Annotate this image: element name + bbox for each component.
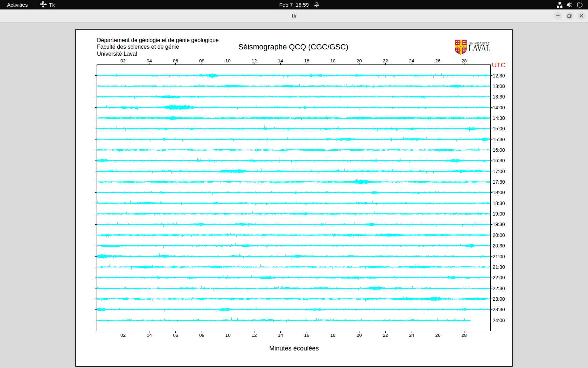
- svg-text:16: 16: [304, 58, 309, 63]
- svg-text:16:00: 16:00: [493, 147, 505, 153]
- svg-text:21:00: 21:00: [493, 254, 505, 259]
- svg-text:Département de géologie et de: Département de géologie et de génie géol…: [97, 37, 219, 43]
- svg-text:20:30: 20:30: [493, 243, 505, 248]
- svg-text:12: 12: [252, 58, 257, 63]
- svg-text:20: 20: [357, 333, 362, 338]
- svg-text:14: 14: [278, 58, 284, 63]
- svg-text:22:30: 22:30: [493, 286, 505, 291]
- svg-text:10: 10: [225, 58, 231, 63]
- svg-text:18: 18: [330, 58, 336, 63]
- svg-text:28: 28: [461, 58, 467, 63]
- svg-text:17:00: 17:00: [493, 169, 505, 174]
- svg-text:LAVAL: LAVAL: [469, 43, 491, 53]
- svg-text:12: 12: [252, 333, 257, 338]
- svg-text:08: 08: [199, 333, 204, 338]
- svg-text:26: 26: [435, 58, 441, 63]
- svg-text:28: 28: [461, 333, 467, 338]
- svg-text:23:00: 23:00: [493, 296, 505, 302]
- svg-text:Faculté des sciences et de gén: Faculté des sciences et de génie: [97, 43, 179, 50]
- svg-text:02: 02: [120, 333, 126, 338]
- svg-text:22: 22: [383, 58, 388, 63]
- svg-text:24: 24: [409, 333, 415, 338]
- svg-text:17:30: 17:30: [493, 179, 505, 185]
- svg-text:14:30: 14:30: [493, 115, 505, 121]
- svg-text:23:30: 23:30: [493, 307, 505, 312]
- svg-text:16:30: 16:30: [493, 158, 505, 163]
- svg-text:08: 08: [199, 58, 204, 63]
- svg-text:26: 26: [435, 333, 441, 338]
- svg-text:13:30: 13:30: [493, 94, 505, 100]
- svg-text:22: 22: [383, 333, 388, 338]
- svg-text:14:00: 14:00: [493, 105, 505, 110]
- svg-text:04: 04: [147, 333, 152, 338]
- svg-text:18: 18: [330, 333, 336, 338]
- svg-text:19:30: 19:30: [493, 222, 505, 227]
- svg-text:21:30: 21:30: [493, 264, 505, 270]
- svg-text:UTC: UTC: [492, 61, 506, 69]
- svg-text:14: 14: [278, 333, 284, 338]
- svg-text:Séismographe QCQ (CGC/GSC): Séismographe QCQ (CGC/GSC): [238, 43, 348, 51]
- svg-text:04: 04: [147, 58, 152, 63]
- svg-text:13:00: 13:00: [493, 83, 505, 89]
- svg-text:12:30: 12:30: [493, 73, 505, 79]
- svg-text:Université Laval: Université Laval: [97, 50, 137, 57]
- svg-text:24:00: 24:00: [493, 318, 505, 323]
- svg-text:20:00: 20:00: [493, 232, 505, 238]
- svg-text:24: 24: [409, 58, 415, 63]
- svg-text:15:00: 15:00: [493, 126, 505, 131]
- svg-text:22:00: 22:00: [493, 275, 505, 280]
- svg-text:19:00: 19:00: [493, 211, 505, 217]
- svg-text:Minutes écoulées: Minutes écoulées: [269, 345, 319, 352]
- svg-text:15:30: 15:30: [493, 137, 505, 142]
- svg-text:20: 20: [357, 58, 362, 63]
- svg-text:06: 06: [173, 58, 178, 63]
- svg-text:16: 16: [304, 333, 309, 338]
- svg-text:02: 02: [120, 58, 126, 63]
- svg-text:18:30: 18:30: [493, 200, 505, 206]
- svg-text:10: 10: [225, 333, 231, 338]
- svg-text:18:00: 18:00: [493, 190, 505, 195]
- svg-text:06: 06: [173, 333, 178, 338]
